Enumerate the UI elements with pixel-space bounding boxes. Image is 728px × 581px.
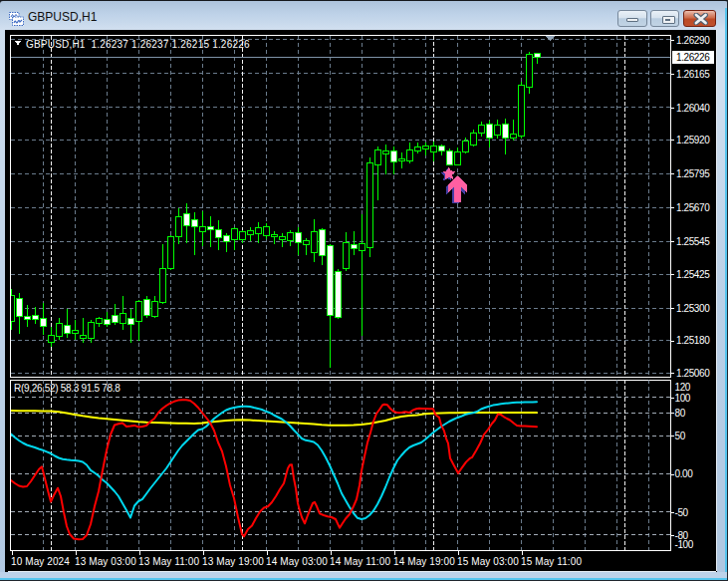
svg-text:15 May 03:00: 15 May 03:00 <box>457 556 519 567</box>
svg-text:50: 50 <box>675 431 686 441</box>
svg-text:1.25425: 1.25425 <box>676 269 710 280</box>
svg-text:1.25060: 1.25060 <box>676 368 710 379</box>
svg-text:14 May 19:00: 14 May 19:00 <box>393 556 455 567</box>
svg-text:1.25300: 1.25300 <box>676 303 710 314</box>
svg-text:1.25920: 1.25920 <box>676 135 710 145</box>
svg-text:1.26290: 1.26290 <box>676 35 710 46</box>
svg-text:1.26226: 1.26226 <box>676 52 710 63</box>
svg-text:120: 120 <box>675 382 691 393</box>
svg-text:-50: -50 <box>675 507 689 518</box>
svg-text:1.25545: 1.25545 <box>676 236 710 247</box>
svg-text:0.00: 0.00 <box>675 468 694 479</box>
svg-text:13 May 19:00: 13 May 19:00 <box>202 556 264 567</box>
svg-text:1.25795: 1.25795 <box>676 168 710 179</box>
svg-text:13 May 11:00: 13 May 11:00 <box>138 556 199 567</box>
svg-text:15 May 11:00: 15 May 11:00 <box>521 556 582 567</box>
svg-text:1.25670: 1.25670 <box>676 202 710 213</box>
svg-text:1.26040: 1.26040 <box>676 103 710 114</box>
svg-text:1.25180: 1.25180 <box>676 335 710 346</box>
svg-text:14 May 03:00: 14 May 03:00 <box>266 556 328 567</box>
svg-text:10 May 2024: 10 May 2024 <box>11 556 70 567</box>
svg-text:-100: -100 <box>675 539 694 550</box>
svg-text:1.26165: 1.26165 <box>676 69 710 80</box>
svg-text:100: 100 <box>675 393 691 404</box>
svg-text:GBPUSD,H1 1.26237 1.26237 1.2: GBPUSD,H1 1.26237 1.26237 1.26215 1.2622… <box>26 39 250 50</box>
svg-text:13 May 03:00: 13 May 03:00 <box>75 556 136 567</box>
svg-text:R(9,26,52) 58.3 91.5 78.8: R(9,26,52) 58.3 91.5 78.8 <box>14 383 121 394</box>
svg-text:80: 80 <box>675 408 686 419</box>
svg-text:14 May 11:00: 14 May 11:00 <box>330 556 390 567</box>
